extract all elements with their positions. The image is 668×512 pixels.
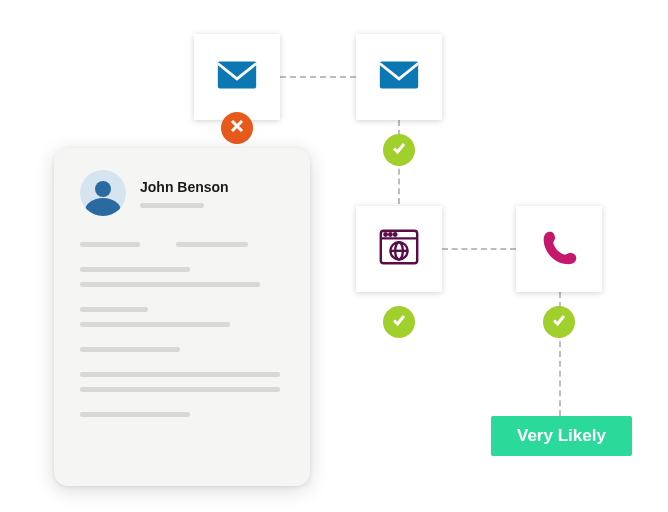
placeholder-line <box>80 307 148 312</box>
placeholder-line <box>80 322 230 327</box>
placeholder-line <box>80 267 190 272</box>
svg-point-4 <box>384 233 386 235</box>
avatar <box>80 170 126 216</box>
placeholder-line <box>80 347 180 352</box>
svg-point-6 <box>394 233 396 235</box>
status-ok-badge <box>383 134 415 166</box>
close-icon <box>229 118 245 138</box>
svg-rect-0 <box>218 62 256 89</box>
result-pill: Very Likely <box>491 416 632 456</box>
document-body <box>80 242 284 417</box>
contact-name: John Benson <box>140 179 229 195</box>
status-fail-badge <box>221 112 253 144</box>
placeholder-line <box>80 387 280 392</box>
placeholder-line <box>80 242 140 247</box>
svg-rect-1 <box>380 62 418 89</box>
phone-icon <box>536 224 582 274</box>
result-label: Very Likely <box>517 426 606 445</box>
document-card: John Benson <box>54 148 310 486</box>
check-icon <box>391 312 407 332</box>
placeholder-line <box>176 242 248 247</box>
browser-globe-icon <box>376 224 422 274</box>
placeholder-line <box>140 203 204 208</box>
mail-icon <box>214 52 260 102</box>
status-ok-badge <box>543 306 575 338</box>
mail-icon <box>376 52 422 102</box>
svg-point-5 <box>389 233 391 235</box>
node-email-1 <box>194 34 280 120</box>
node-phone <box>516 206 602 292</box>
placeholder-line <box>80 372 280 377</box>
node-web <box>356 206 442 292</box>
placeholder-line <box>80 412 190 417</box>
status-ok-badge <box>383 306 415 338</box>
connector-email1-email2 <box>280 76 356 78</box>
node-email-2 <box>356 34 442 120</box>
connector-web-phone <box>442 248 516 250</box>
placeholder-line <box>80 282 260 287</box>
check-icon <box>391 140 407 160</box>
check-icon <box>551 312 567 332</box>
